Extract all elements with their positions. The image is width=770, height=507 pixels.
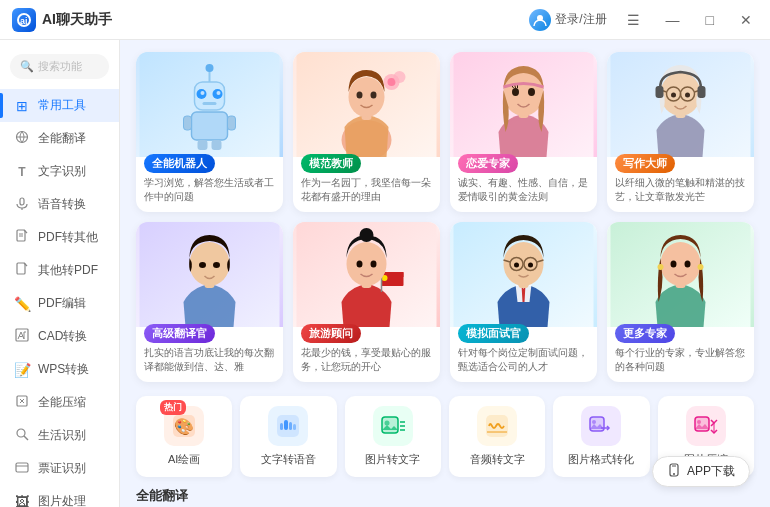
sidebar-item-pdf-edit[interactable]: ✏️ PDF编辑 (0, 287, 119, 320)
svg-rect-4 (20, 198, 24, 205)
sidebar-icon-cad (14, 328, 30, 345)
love-title-badge: 恋爱专家 (458, 154, 518, 173)
tool-img-format-label: 图片格式转化 (568, 452, 634, 467)
sidebar-item-life[interactable]: 生活识别 (0, 419, 119, 452)
svg-point-46 (528, 88, 535, 96)
ai-card-travel-label: 旅游顾问 花最少的钱，享受最贴心的服务，让您玩的开心 (293, 323, 440, 374)
translator-desc: 扎实的语言功底让我的每次翻译都能做到信、达、雅 (144, 346, 275, 374)
sidebar-label-wps: WPS转换 (38, 361, 89, 378)
sidebar-icon-speech (14, 196, 30, 213)
sidebar-item-ocr[interactable]: T 文字识别 (0, 155, 119, 188)
svg-point-66 (213, 262, 220, 268)
sidebar-icon-common-tools: ⊞ (14, 98, 30, 114)
tool-text-speech[interactable]: 文字转语音 (240, 396, 336, 477)
tool-text-speech-label: 文字转语音 (261, 452, 316, 467)
sidebar-label-life: 生活识别 (38, 427, 86, 444)
ai-card-interview-label: 模拟面试官 针对每个岗位定制面试问题，甄选适合公司的人才 (450, 323, 597, 374)
sidebar-icon-full-translate (14, 130, 30, 147)
svg-point-85 (514, 263, 519, 268)
app-title: AI聊天助手 (42, 11, 112, 29)
sidebar-icon-card (14, 460, 30, 477)
svg-point-28 (201, 91, 205, 95)
svg-point-45 (512, 88, 519, 96)
ai-card-writer[interactable]: 写作大师 以纤细入微的笔触和精湛的技艺，让文章散发光芒 (607, 52, 754, 212)
app-download-button[interactable]: APP下载 (652, 456, 750, 487)
sidebar-icon-life (14, 427, 30, 444)
svg-point-75 (357, 261, 363, 268)
svg-line-16 (24, 436, 28, 440)
sidebar-icon-image: 🖼 (14, 494, 30, 508)
sidebar-item-compress[interactable]: 全能压缩 (0, 386, 119, 419)
svg-text:ai: ai (20, 16, 28, 26)
sidebar-item-image[interactable]: 🖼 图片处理 (0, 485, 119, 507)
minimize-button[interactable]: — (660, 10, 686, 30)
svg-point-25 (206, 64, 214, 72)
sidebar-label-ocr: 文字识别 (38, 163, 86, 180)
tool-img-text-label: 图片转文字 (365, 452, 420, 467)
ai-card-interview-image (450, 222, 597, 327)
search-box[interactable]: 🔍 搜索功能 (10, 54, 109, 79)
ai-card-translator-image (136, 222, 283, 327)
maximize-button[interactable]: □ (700, 10, 720, 30)
ai-card-interview[interactable]: 模拟面试官 针对每个岗位定制面试问题，甄选适合公司的人才 (450, 222, 597, 382)
tool-img-text[interactable]: 图片转文字 (345, 396, 441, 477)
sidebar-label-card: 票证识别 (38, 460, 86, 477)
sidebar-label-full-translate: 全能翻译 (38, 130, 86, 147)
tool-ai-draw[interactable]: 热门 🎨 AI绘画 (136, 396, 232, 477)
robot-desc: 学习浏览，解答您生活或者工作中的问题 (144, 176, 275, 204)
tool-img-format[interactable]: 图片格式转化 (553, 396, 649, 477)
tool-text-speech-icon-wrap (268, 406, 308, 446)
app-download-phone-icon (667, 463, 681, 480)
svg-point-86 (528, 263, 533, 268)
ai-card-writer-image (607, 52, 754, 157)
search-input-placeholder: 搜索功能 (38, 59, 82, 74)
svg-point-59 (685, 93, 690, 98)
menu-button[interactable]: ☰ (621, 10, 646, 30)
ai-card-experts[interactable]: 更多专家 每个行业的专家，专业解答您的各种问题 (607, 222, 754, 382)
sidebar-item-wps[interactable]: 📝 WPS转换 (0, 353, 119, 386)
svg-point-29 (217, 91, 221, 95)
ai-card-love[interactable]: 恋爱专家 诚实、有趣、性感、自信，是爱情吸引的黄金法则 (450, 52, 597, 212)
ai-card-robot[interactable]: 全能机器人 学习浏览，解答您生活或者工作中的问题 (136, 52, 283, 212)
writer-desc: 以纤细入微的笔触和精湛的技艺，让文章散发光芒 (615, 176, 746, 204)
ai-card-teacher[interactable]: 模范教师 作为一名园丁，我坚信每一朵花都有盛开的理由 (293, 52, 440, 212)
login-button[interactable]: 登录/注册 (529, 9, 606, 31)
sidebar-item-card[interactable]: 票证识别 (0, 452, 119, 485)
svg-point-73 (347, 242, 387, 286)
travel-title-badge: 旅游顾问 (301, 324, 361, 343)
svg-point-93 (698, 264, 704, 270)
love-desc: 诚实、有趣、性感、自信，是爱情吸引的黄金法则 (458, 176, 589, 204)
ai-card-experts-image (607, 222, 754, 327)
search-icon: 🔍 (20, 60, 34, 73)
sidebar-item-cad[interactable]: CAD转换 (0, 320, 119, 353)
svg-point-36 (349, 77, 385, 117)
sidebar-item-other-pdf[interactable]: 其他转PDF (0, 254, 119, 287)
svg-rect-9 (17, 263, 25, 274)
svg-point-92 (658, 264, 664, 270)
sidebar-item-common-tools[interactable]: ⊞ 常用工具 (0, 89, 119, 122)
sidebar-icon-ocr: T (14, 165, 30, 179)
sidebar-label-image: 图片处理 (38, 493, 86, 507)
ai-card-teacher-image (293, 52, 440, 157)
logo-icon: ai (12, 8, 36, 32)
sidebar: 🔍 搜索功能 ⊞ 常用工具 全能翻译 T 文字识别 语音转换 (0, 40, 120, 507)
ai-card-translator-label: 高级翻译官 扎实的语言功底让我的每次翻译都能做到信、达、雅 (136, 323, 283, 374)
svg-point-41 (394, 71, 406, 83)
interview-title-badge: 模拟面试官 (458, 324, 529, 343)
close-button[interactable]: ✕ (734, 10, 758, 30)
ai-card-translator[interactable]: 高级翻译官 扎实的语言功底让我的每次翻译都能做到信、达、雅 (136, 222, 283, 382)
svg-rect-99 (293, 424, 296, 430)
experts-title-badge: 更多专家 (615, 324, 675, 343)
sidebar-label-cad: CAD转换 (38, 328, 87, 345)
sidebar-item-pdf-other[interactable]: PDF转其他 (0, 221, 119, 254)
ai-card-travel[interactable]: 旅游顾问 花最少的钱，享受最贴心的服务，让您玩的开心 (293, 222, 440, 382)
svg-point-15 (17, 429, 25, 437)
svg-point-111 (592, 420, 596, 424)
sidebar-icon-wps: 📝 (14, 362, 30, 378)
svg-rect-30 (203, 102, 217, 105)
title-bar: ai AI聊天助手 登录/注册 ☰ — □ ✕ (0, 0, 770, 40)
sidebar-item-full-translate[interactable]: 全能翻译 (0, 122, 119, 155)
tool-audio-text[interactable]: 音频转文字 (449, 396, 545, 477)
sidebar-item-speech[interactable]: 语音转换 (0, 188, 119, 221)
svg-rect-20 (192, 112, 228, 140)
